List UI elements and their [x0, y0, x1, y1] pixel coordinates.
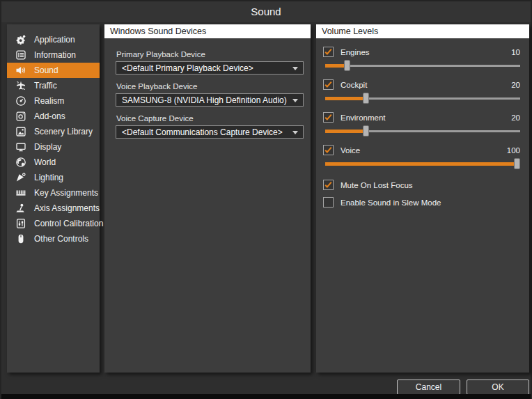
- sidebar-item-sound[interactable]: Sound: [7, 63, 100, 78]
- slider-thumb[interactable]: [344, 60, 350, 71]
- sidebar-item-label: Control Calibration: [34, 219, 103, 228]
- cancel-button[interactable]: Cancel: [397, 380, 460, 395]
- sliders-icon: [15, 218, 27, 229]
- engines-enable-checkbox[interactable]: [323, 47, 334, 57]
- cockpit-enable-checkbox[interactable]: [323, 79, 334, 90]
- slider-thumb[interactable]: [363, 125, 369, 136]
- voice-playback-device-label: Voice Playback Device: [116, 82, 304, 91]
- sidebar-item-label: Other Controls: [34, 234, 88, 244]
- ok-button[interactable]: OK: [467, 380, 529, 395]
- volume-value: 20: [511, 114, 520, 122]
- sidebar-item-control-calibration[interactable]: Control Calibration: [7, 216, 100, 231]
- slider-fill: [325, 97, 366, 100]
- volume-value: 10: [511, 48, 520, 56]
- voice-volume-row: Voice100: [323, 145, 520, 155]
- slider-track: [325, 65, 520, 67]
- sidebar-item-display[interactable]: Display: [7, 139, 100, 155]
- addon-box-icon: [15, 111, 27, 122]
- windows-sound-devices-panel: Windows Sound Devices Primary Playback D…: [104, 24, 311, 373]
- environment-volume-row: Environment20: [323, 112, 520, 123]
- sidebar-item-world[interactable]: World: [7, 155, 100, 170]
- dropdown-selected-value: SAMSUNG-8 (NVIDIA High Definition Audio): [122, 95, 287, 105]
- window-titlebar: Sound: [1, 1, 531, 22]
- sidebar-item-realism[interactable]: Realism: [7, 93, 100, 109]
- volume-value: 20: [511, 81, 520, 89]
- sidebar-item-label: Add-ons: [34, 111, 65, 121]
- sidebar-item-label: Information: [34, 50, 76, 60]
- chevron-down-icon: [292, 99, 298, 102]
- dropdown-selected-value: <Default Primary Playback Device>: [122, 63, 253, 73]
- volume-label: Voice: [341, 146, 360, 155]
- sidebar-item-label: Scenery Library: [34, 127, 93, 136]
- sidebar-item-label: Application: [34, 35, 75, 45]
- engines-volume-row: Engines10: [323, 47, 520, 57]
- primary-playback-device-label: Primary Playback Device: [116, 50, 304, 58]
- sidebar-item-label: Key Assignments: [34, 188, 98, 198]
- chevron-down-icon: [292, 131, 298, 134]
- volume-panel-title: Volume Levels: [316, 24, 529, 38]
- primary-playback-device-dropdown[interactable]: <Default Primary Playback Device>: [116, 61, 304, 75]
- slider-thumb[interactable]: [514, 158, 520, 169]
- mute-on-lost-focus-row: Mute On Lost Focus: [323, 180, 520, 190]
- sidebar-item-application[interactable]: Application: [7, 32, 100, 47]
- gear-icon: [15, 34, 27, 45]
- sidebar-item-scenery-library[interactable]: Scenery Library: [7, 124, 100, 139]
- sidebar-item-axis-assignments[interactable]: Axis Assignments: [7, 201, 100, 216]
- volume-levels-panel: Volume Levels Engines10Cockpit20Environm…: [316, 24, 529, 373]
- environment-enable-checkbox[interactable]: [323, 112, 334, 123]
- sound-settings-dialog: Sound ApplicationInformationSoundTraffic…: [0, 0, 532, 399]
- page-title: Sound: [251, 6, 281, 17]
- settings-sidebar: ApplicationInformationSoundTrafficRealis…: [7, 24, 100, 373]
- slider-fill: [325, 162, 517, 166]
- sidebar-item-label: Sound: [34, 65, 58, 75]
- checkbox-label: Enable Sound in Slew Mode: [341, 198, 441, 207]
- sidebar-item-other-controls[interactable]: Other Controls: [7, 231, 100, 247]
- searchlight-icon: [15, 172, 27, 183]
- sidebar-item-information[interactable]: Information: [7, 47, 100, 63]
- window-bottom-edge: [1, 394, 531, 399]
- traffic-plane-icon: [15, 80, 27, 91]
- checkbox-label: Mute On Lost Focus: [341, 181, 413, 189]
- cockpit-volume-row: Cockpit20: [323, 79, 520, 90]
- volume-value: 100: [507, 146, 520, 155]
- voice-volume-slider[interactable]: [325, 158, 520, 169]
- voice-capture-device-dropdown[interactable]: <Default Communications Capture Device>: [116, 125, 304, 139]
- volume-label: Cockpit: [341, 81, 367, 89]
- voice-playback-device-dropdown[interactable]: SAMSUNG-8 (NVIDIA High Definition Audio): [116, 93, 304, 107]
- sidebar-item-label: World: [34, 157, 56, 167]
- sidebar-item-label: Realism: [34, 96, 64, 106]
- sidebar-item-label: Axis Assignments: [34, 203, 100, 213]
- info-list-icon: [15, 49, 27, 61]
- enable-sound-in-slew-mode-row: Enable Sound in Slew Mode: [323, 197, 520, 208]
- joystick-icon: [15, 203, 27, 214]
- sidebar-item-traffic[interactable]: Traffic: [7, 78, 100, 93]
- globe-icon: [15, 157, 27, 168]
- devices-panel-title: Windows Sound Devices: [104, 24, 311, 38]
- engines-volume-slider[interactable]: [325, 60, 520, 71]
- keyboard-icon: [15, 187, 27, 198]
- monitor-icon: [15, 141, 27, 152]
- sidebar-item-label: Traffic: [34, 81, 57, 91]
- sidebar-item-key-assignments[interactable]: Key Assignments: [7, 185, 100, 201]
- volume-label: Environment: [341, 114, 386, 122]
- cockpit-volume-slider[interactable]: [325, 93, 520, 104]
- voice-enable-checkbox[interactable]: [323, 145, 334, 155]
- dropdown-selected-value: <Default Communications Capture Device>: [122, 127, 283, 137]
- voice-capture-device-label: Voice Capture Device: [116, 114, 304, 123]
- speaker-icon: [15, 65, 27, 76]
- chevron-down-icon: [292, 67, 298, 70]
- gauge-icon: [15, 95, 27, 107]
- sidebar-item-label: Display: [34, 142, 61, 152]
- enable-sound-in-slew-mode-checkbox[interactable]: [323, 197, 334, 208]
- volume-label: Engines: [341, 48, 370, 56]
- slider-thumb[interactable]: [363, 93, 369, 104]
- environment-volume-slider[interactable]: [325, 125, 520, 136]
- slider-fill: [325, 130, 366, 133]
- mute-on-lost-focus-checkbox[interactable]: [323, 180, 334, 190]
- sidebar-item-label: Lighting: [34, 173, 63, 182]
- scenery-image-icon: [15, 126, 27, 137]
- sidebar-item-lighting[interactable]: Lighting: [7, 170, 100, 185]
- sidebar-item-add-ons[interactable]: Add-ons: [7, 109, 100, 124]
- mouse-icon: [15, 233, 27, 244]
